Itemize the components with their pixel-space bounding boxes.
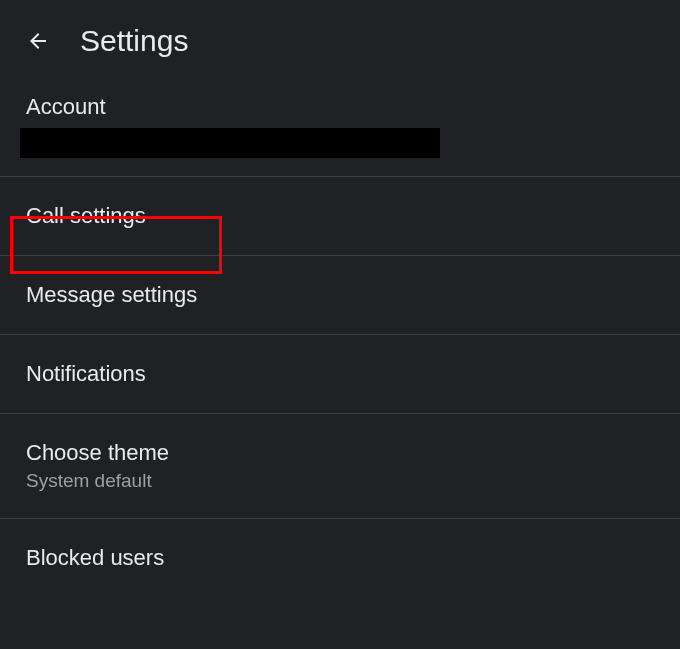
account-label: Account bbox=[26, 94, 654, 120]
account-section[interactable]: Account bbox=[0, 78, 680, 177]
settings-item-subtitle: System default bbox=[26, 470, 654, 492]
settings-item-choose-theme[interactable]: Choose theme System default bbox=[0, 414, 680, 519]
settings-item-notifications[interactable]: Notifications bbox=[0, 335, 680, 414]
account-value-redacted bbox=[20, 128, 440, 158]
settings-item-title: Blocked users bbox=[26, 545, 654, 571]
back-arrow-icon[interactable] bbox=[26, 29, 50, 53]
settings-item-title: Notifications bbox=[26, 361, 654, 387]
settings-item-message-settings[interactable]: Message settings bbox=[0, 256, 680, 335]
page-title: Settings bbox=[80, 24, 188, 58]
settings-item-title: Call settings bbox=[26, 203, 654, 229]
header: Settings bbox=[0, 0, 680, 78]
settings-item-title: Message settings bbox=[26, 282, 654, 308]
settings-item-call-settings[interactable]: Call settings bbox=[0, 177, 680, 256]
settings-item-title: Choose theme bbox=[26, 440, 654, 466]
settings-item-blocked-users[interactable]: Blocked users bbox=[0, 519, 680, 597]
